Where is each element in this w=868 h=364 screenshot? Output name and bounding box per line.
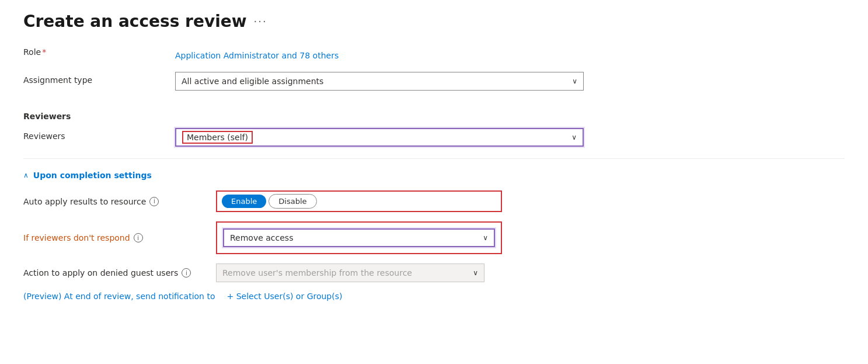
action-denied-chevron-icon: ∨ <box>473 269 478 277</box>
action-denied-label: Action to apply on denied guest users <box>23 268 178 278</box>
preview-label: (Preview) At end of review, send notific… <box>23 292 215 301</box>
select-users-groups-link[interactable]: + Select User(s) or Group(s) <box>226 292 342 301</box>
if-reviewers-value: Remove access <box>230 233 293 242</box>
auto-apply-label-container: Auto apply results to resource i <box>23 197 204 206</box>
if-reviewers-info-icon[interactable]: i <box>134 233 143 242</box>
page-title-row: Create an access review ··· <box>23 12 845 31</box>
completion-section-header: ∧ Upon completion settings <box>23 171 845 180</box>
auto-apply-row: Auto apply results to resource i Enable … <box>23 190 845 212</box>
disable-button[interactable]: Disable <box>269 194 316 209</box>
assignment-type-dropdown[interactable]: All active and eligible assignments ∨ <box>175 72 584 91</box>
completion-section: ∧ Upon completion settings Auto apply re… <box>23 171 845 301</box>
reviewers-section: Reviewers Reviewers Members (self) ∨ <box>23 112 845 147</box>
action-denied-value: Remove user's membership from the resour… <box>222 268 412 278</box>
role-link[interactable]: Application Administrator and 78 others <box>175 47 339 60</box>
auto-apply-toggle-group: Enable Disable <box>216 190 502 212</box>
reviewers-section-title: Reviewers <box>23 112 845 121</box>
ellipsis-menu-icon[interactable]: ··· <box>254 15 267 27</box>
completion-section-title: Upon completion settings <box>33 171 152 180</box>
action-denied-label-container: Action to apply on denied guest users i <box>23 268 204 278</box>
section-divider <box>23 158 845 159</box>
assignment-type-chevron-icon: ∨ <box>572 77 577 85</box>
if-reviewers-chevron-icon: ∨ <box>483 234 488 242</box>
enable-button[interactable]: Enable <box>222 195 266 208</box>
reviewers-chevron-icon: ∨ <box>571 133 577 141</box>
preview-label-container: (Preview) At end of review, send notific… <box>23 292 215 301</box>
page-container: Create an access review ··· Role* Applic… <box>0 0 868 364</box>
reviewers-dropdown[interactable]: Members (self) ∨ <box>175 128 584 147</box>
preview-notification-row: (Preview) At end of review, send notific… <box>23 292 845 301</box>
if-reviewers-dropdown-wrapper: Remove access ∨ <box>216 221 502 254</box>
auto-apply-label: Auto apply results to resource <box>23 197 146 206</box>
action-denied-dropdown: Remove user's membership from the resour… <box>216 264 484 282</box>
assignment-type-row: Assignment type All active and eligible … <box>23 72 845 91</box>
action-denied-info-icon[interactable]: i <box>182 268 191 278</box>
role-section: Role* Application Administrator and 78 o… <box>23 47 845 60</box>
role-label: Role <box>23 44 41 57</box>
role-required-star: * <box>42 47 46 57</box>
action-denied-row: Action to apply on denied guest users i … <box>23 264 845 282</box>
if-reviewers-row: If reviewers don't respond i Remove acce… <box>23 221 845 254</box>
assignment-type-label: Assignment type <box>23 72 163 85</box>
if-reviewers-label-container: If reviewers don't respond i <box>23 233 204 242</box>
role-row: Role* Application Administrator and 78 o… <box>23 47 845 60</box>
reviewers-label: Reviewers <box>23 128 163 141</box>
reviewers-row: Reviewers Members (self) ∨ <box>23 128 845 147</box>
reviewers-value: Members (self) <box>182 131 253 144</box>
completion-chevron-up-icon[interactable]: ∧ <box>23 171 29 179</box>
assignment-type-value: All active and eligible assignments <box>182 77 323 86</box>
if-reviewers-label: If reviewers don't respond <box>23 233 130 242</box>
auto-apply-info-icon[interactable]: i <box>149 197 159 206</box>
page-title: Create an access review <box>23 12 247 31</box>
if-reviewers-dropdown[interactable]: Remove access ∨ <box>223 228 495 247</box>
